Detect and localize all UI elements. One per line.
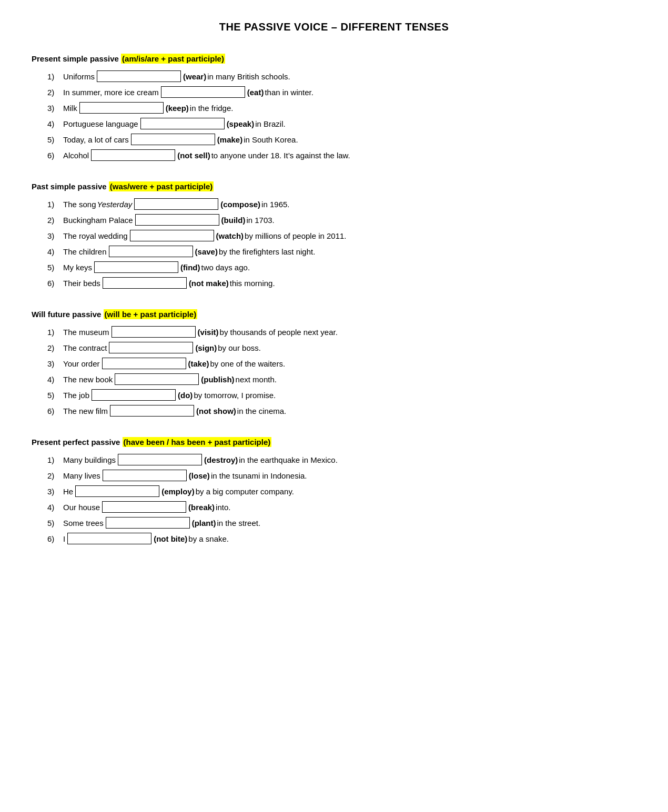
- answer-box[interactable]: [102, 358, 186, 369]
- item-after: by our boss.: [218, 343, 261, 352]
- item-italic: Yesterday: [97, 200, 133, 209]
- item-verb: (plant): [192, 519, 216, 527]
- answer-box[interactable]: [106, 517, 190, 529]
- answer-box[interactable]: [67, 533, 151, 544]
- page-title: THE PASSIVE VOICE – DIFFERENT TENSES: [32, 21, 636, 33]
- answer-box[interactable]: [75, 485, 159, 497]
- item-after: in the cinema.: [237, 407, 286, 415]
- item-before: In summer, more ice cream: [63, 88, 159, 97]
- list-item: 4)The new book(publish) next month.: [47, 373, 636, 385]
- item-number: 3): [47, 487, 62, 496]
- list-item: 5)The job(do) by tomorrow, I promise.: [47, 389, 636, 401]
- list-item: 6)Alcohol(not sell) to anyone under 18. …: [47, 149, 636, 161]
- item-before: The job: [63, 391, 89, 400]
- item-number: 1): [47, 72, 62, 81]
- answer-box[interactable]: [109, 246, 193, 257]
- item-verb: (find): [180, 263, 200, 272]
- answer-box[interactable]: [94, 261, 178, 273]
- item-before: Buckingham Palace: [63, 216, 133, 225]
- item-before: Many buildings: [63, 455, 116, 464]
- item-number: 3): [47, 231, 62, 240]
- item-before: Their beds: [63, 279, 100, 288]
- item-verb: (not bite): [154, 534, 187, 543]
- item-verb: (do): [178, 391, 193, 400]
- item-before: Uniforms: [63, 72, 95, 81]
- heading-highlight: (am/is/are + past participle): [121, 54, 225, 64]
- answer-box[interactable]: [102, 501, 186, 513]
- answer-box[interactable]: [109, 342, 193, 353]
- list-item: 4)Portuguese language(speak) in Brazil.: [47, 118, 636, 129]
- item-before: The children: [63, 247, 107, 256]
- exercise-list-will-future: 1)The museum(visit) by thousands of peop…: [32, 326, 636, 417]
- answer-box[interactable]: [118, 454, 202, 465]
- item-after: to anyone under 18. It’s against the law…: [211, 151, 350, 160]
- item-number: 2): [47, 471, 62, 480]
- heading-highlight: (have been / has been + past participle): [123, 437, 272, 447]
- item-after: two days ago.: [201, 263, 250, 272]
- answer-box[interactable]: [135, 214, 219, 226]
- item-before: Some trees: [63, 519, 104, 527]
- item-after: by thousands of people next year.: [220, 328, 338, 337]
- heading-highlight: (will be + past participle): [104, 309, 198, 319]
- item-before: Milk: [63, 104, 77, 113]
- item-number: 2): [47, 88, 62, 97]
- item-before: Portuguese language: [63, 119, 138, 128]
- section-heading-will-future: Will future passive (will be + past part…: [32, 310, 636, 319]
- answer-box[interactable]: [79, 102, 164, 114]
- answer-box[interactable]: [161, 86, 245, 98]
- item-after: by one of the waiters.: [210, 359, 286, 368]
- item-verb: (compose): [220, 200, 260, 209]
- item-before: Your order: [63, 359, 100, 368]
- item-verb: (make): [217, 135, 242, 144]
- answer-box[interactable]: [110, 405, 194, 417]
- answer-box[interactable]: [115, 373, 199, 385]
- list-item: 4)Our house(break) into.: [47, 501, 636, 513]
- section-present-simple: Present simple passive (am/is/are + past…: [32, 54, 636, 161]
- list-item: 3)He(employ) by a big computer company.: [47, 485, 636, 497]
- item-number: 6): [47, 279, 62, 288]
- list-item: 2)Buckingham Palace(build) in 1703.: [47, 214, 636, 226]
- list-item: 6)Their beds(not make) this morning.: [47, 277, 636, 289]
- answer-box[interactable]: [103, 470, 187, 481]
- heading-highlight: (was/were + past participle): [109, 181, 214, 191]
- answer-box[interactable]: [92, 389, 176, 401]
- answer-box[interactable]: [140, 118, 225, 129]
- list-item: 3)The royal wedding(watch) by millions o…: [47, 230, 636, 241]
- answer-box[interactable]: [130, 230, 214, 241]
- list-item: 5)My keys(find) two days ago.: [47, 261, 636, 273]
- item-verb: (employ): [161, 487, 195, 496]
- answer-box[interactable]: [112, 326, 196, 338]
- item-number: 1): [47, 200, 62, 209]
- item-verb: (not sell): [177, 151, 210, 160]
- item-after: in the fridge.: [190, 104, 234, 113]
- item-number: 1): [47, 328, 62, 337]
- heading-plain: Will future passive: [32, 310, 104, 319]
- item-number: 2): [47, 343, 62, 352]
- answer-box[interactable]: [97, 70, 181, 82]
- item-after: than in winter.: [265, 88, 313, 97]
- item-after: this morning.: [230, 279, 275, 288]
- item-after: in the street.: [217, 519, 261, 527]
- item-number: 5): [47, 135, 62, 144]
- list-item: 5)Today, a lot of cars(make) in South Ko…: [47, 134, 636, 145]
- item-after: by tomorrow, I promise.: [194, 391, 276, 400]
- list-item: 1)The song Yesterday(compose) in 1965.: [47, 198, 636, 210]
- section-will-future: Will future passive (will be + past part…: [32, 310, 636, 417]
- answer-box[interactable]: [131, 134, 215, 145]
- item-verb: (take): [188, 359, 209, 368]
- item-verb: (eat): [247, 88, 264, 97]
- item-before: My keys: [63, 263, 92, 272]
- answer-box[interactable]: [134, 198, 218, 210]
- item-verb: (visit): [198, 328, 219, 337]
- exercise-list-present-perfect: 1)Many buildings(destroy) in the earthqu…: [32, 454, 636, 544]
- answer-box[interactable]: [91, 149, 175, 161]
- item-verb: (watch): [216, 231, 244, 240]
- item-number: 2): [47, 216, 62, 225]
- item-verb: (publish): [201, 375, 234, 384]
- item-after: in South Korea.: [244, 135, 298, 144]
- item-before: The song: [63, 200, 96, 209]
- item-number: 4): [47, 119, 62, 128]
- item-verb: (wear): [183, 72, 206, 81]
- answer-box[interactable]: [103, 277, 187, 289]
- exercise-list-present-simple: 1)Uniforms(wear) in many British schools…: [32, 70, 636, 161]
